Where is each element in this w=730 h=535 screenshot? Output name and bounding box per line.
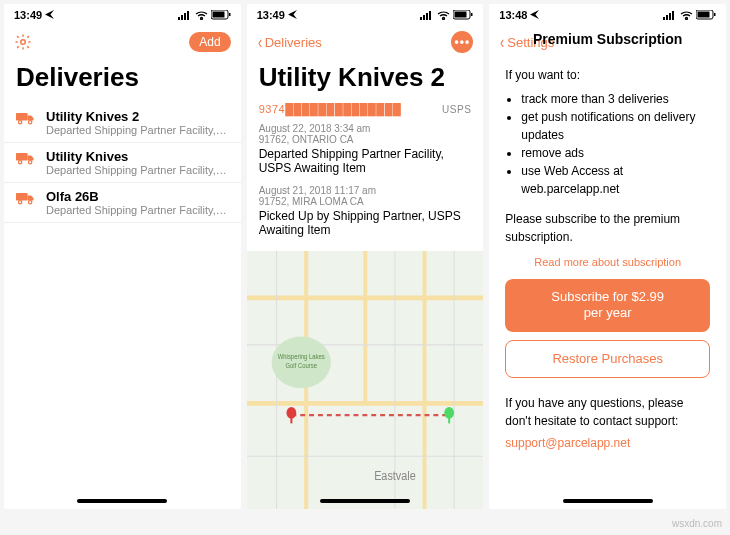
deliveries-list: Utility Knives 2 Departed Shipping Partn… [4, 103, 241, 223]
status-bar: 13:48 [489, 4, 726, 26]
item-status: Departed Shipping Partner Facility, USPS… [46, 164, 229, 176]
svg-rect-18 [423, 15, 425, 20]
subscribe-button[interactable]: Subscribe for $2.99 per year [505, 279, 710, 333]
svg-rect-36 [714, 13, 716, 16]
status-bar: 13:49 [4, 4, 241, 26]
back-label: Settings [507, 35, 554, 50]
location-icon [530, 9, 539, 21]
truck-icon [16, 111, 36, 128]
wifi-icon [437, 11, 450, 20]
please-text: Please subscribe to the premium subscrip… [505, 210, 710, 246]
read-more-link[interactable]: Read more about subscription [505, 254, 710, 271]
back-button[interactable]: ‹ Deliveries [257, 33, 322, 51]
gear-icon[interactable] [14, 33, 32, 51]
location-icon [45, 9, 54, 21]
page-title: Deliveries [4, 58, 241, 103]
item-status: Departed Shipping Partner Facility, USPS… [46, 204, 229, 216]
svg-rect-22 [455, 12, 467, 18]
svg-rect-1 [181, 15, 183, 20]
add-button[interactable]: Add [189, 32, 230, 52]
svg-rect-35 [698, 12, 710, 18]
status-indicators [178, 10, 231, 20]
status-time: 13:49 [14, 9, 42, 21]
event-timestamp: August 21, 2018 11:17 am [259, 185, 472, 196]
svg-rect-20 [429, 11, 431, 20]
svg-rect-3 [187, 11, 189, 20]
truck-icon [16, 151, 36, 168]
item-name: Olfa 26B [46, 189, 229, 204]
contact-intro: If you have any questions, please don't … [505, 394, 710, 430]
svg-point-10 [29, 121, 32, 124]
restore-button[interactable]: Restore Purchases [505, 340, 710, 378]
wifi-icon [680, 11, 693, 20]
signal-icon [178, 11, 192, 20]
svg-point-7 [21, 40, 26, 45]
wifi-icon [195, 11, 208, 20]
back-label: Deliveries [265, 35, 322, 50]
feature-list: track more than 3 deliveries get push no… [505, 90, 710, 198]
nav-bar: ‹ Deliveries ••• [247, 26, 484, 58]
screen-deliveries-list: 13:49 Add Deliveries Utility Knives 2 De… [4, 4, 241, 509]
feature-item: remove ads [521, 144, 710, 162]
carrier-label: USPS [442, 104, 471, 115]
map-view[interactable]: Whispering Lakes Golf Course Eastvale [247, 251, 484, 509]
battery-icon [211, 10, 231, 20]
svg-rect-32 [669, 13, 671, 20]
item-status: Departed Shipping Partner Facility, USPS… [46, 124, 229, 136]
truck-icon [16, 191, 36, 208]
svg-rect-33 [672, 11, 674, 20]
event-description: Picked Up by Shipping Partner, USPS Awai… [259, 209, 472, 237]
location-icon [288, 9, 297, 21]
status-time: 13:49 [257, 9, 285, 21]
intro-text: If you want to: [505, 66, 710, 84]
event-location: 91762, ONTARIO CA [259, 134, 472, 145]
subscribe-line2: per year [513, 305, 702, 322]
svg-rect-11 [16, 153, 28, 161]
item-name: Utility Knives [46, 149, 229, 164]
tracking-event: August 22, 2018 3:34 am 91762, ONTARIO C… [259, 123, 472, 175]
svg-rect-28 [290, 413, 292, 424]
feature-item: track more than 3 deliveries [521, 90, 710, 108]
back-button[interactable]: ‹ Settings [499, 33, 554, 51]
status-indicators [663, 10, 716, 20]
list-item[interactable]: Utility Knives 2 Departed Shipping Partn… [4, 103, 241, 143]
screen-delivery-detail: 13:49 ‹ Deliveries ••• Utility Knives 2 … [247, 4, 484, 509]
svg-rect-6 [229, 13, 231, 16]
feature-item: use Web Access at web.parcelapp.net [521, 162, 710, 198]
screen-premium: 13:48 ‹ Settings Premium Subscription If… [489, 4, 726, 509]
svg-rect-23 [471, 13, 473, 16]
support-email-link[interactable]: support@parcelapp.net [505, 434, 710, 452]
status-time: 13:48 [499, 9, 527, 21]
ellipsis-icon: ••• [455, 35, 471, 49]
svg-point-12 [19, 161, 22, 164]
status-bar: 13:49 [247, 4, 484, 26]
battery-icon [696, 10, 716, 20]
svg-rect-8 [16, 113, 28, 121]
more-button[interactable]: ••• [451, 31, 473, 53]
list-item[interactable]: Olfa 26B Departed Shipping Partner Facil… [4, 183, 241, 223]
item-name: Utility Knives 2 [46, 109, 229, 124]
nav-bar: ‹ Settings [489, 26, 726, 58]
list-item[interactable]: Utility Knives Departed Shipping Partner… [4, 143, 241, 183]
home-indicator[interactable] [77, 499, 167, 503]
feature-item: get push notifications on delivery updat… [521, 108, 710, 144]
svg-rect-14 [16, 193, 28, 201]
map-label-city: Eastvale [374, 468, 416, 483]
svg-rect-31 [666, 15, 668, 20]
svg-rect-19 [426, 13, 428, 20]
svg-point-13 [29, 161, 32, 164]
svg-point-15 [19, 201, 22, 204]
battery-icon [453, 10, 473, 20]
signal-icon [663, 11, 677, 20]
svg-rect-0 [178, 17, 180, 20]
svg-rect-30 [663, 17, 665, 20]
home-indicator[interactable] [563, 499, 653, 503]
page-title: Utility Knives 2 [247, 58, 484, 103]
chevron-left-icon: ‹ [500, 33, 504, 51]
svg-text:Golf Course: Golf Course [285, 362, 317, 370]
event-timestamp: August 22, 2018 3:34 am [259, 123, 472, 134]
svg-point-16 [29, 201, 32, 204]
home-indicator[interactable] [320, 499, 410, 503]
signal-icon [420, 11, 434, 20]
tracking-number[interactable]: 9374██████████████ [259, 103, 402, 115]
